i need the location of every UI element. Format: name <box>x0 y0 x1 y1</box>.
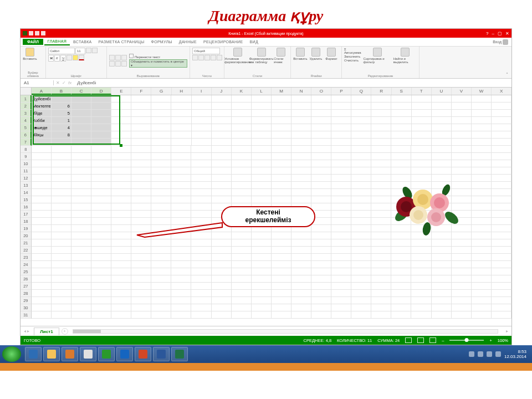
tab-file[interactable]: ФАЙЛ <box>23 39 43 45</box>
cell[interactable] <box>272 275 291 283</box>
cell[interactable] <box>331 239 351 247</box>
cell[interactable] <box>472 290 492 297</box>
cell[interactable] <box>151 268 171 275</box>
cell[interactable] <box>472 247 492 254</box>
cell[interactable] <box>472 117 492 124</box>
cell[interactable] <box>91 239 111 247</box>
cell[interactable] <box>191 196 211 203</box>
cell[interactable] <box>151 254 171 261</box>
cell[interactable] <box>52 304 71 311</box>
cell[interactable] <box>331 95 351 103</box>
column-header[interactable]: B <box>52 88 71 95</box>
column-header[interactable]: U <box>432 88 452 95</box>
cell[interactable] <box>492 254 511 261</box>
cell[interactable] <box>291 275 311 283</box>
cell[interactable] <box>371 254 391 261</box>
cell[interactable] <box>52 232 71 239</box>
cell[interactable] <box>91 189 111 196</box>
cell[interactable] <box>131 182 151 189</box>
cell[interactable] <box>52 311 71 319</box>
row-header[interactable]: 23 <box>21 254 32 261</box>
cell[interactable] <box>52 167 71 175</box>
cell[interactable] <box>131 139 151 146</box>
cell[interactable] <box>52 297 71 304</box>
undo-icon[interactable] <box>35 31 39 35</box>
cell[interactable] <box>71 268 91 275</box>
cell[interactable] <box>52 211 71 218</box>
cell[interactable] <box>232 103 252 110</box>
cell[interactable] <box>212 175 232 182</box>
tab-home[interactable]: ГЛАВНАЯ <box>44 38 70 45</box>
cell[interactable] <box>311 153 331 160</box>
cell[interactable] <box>111 103 131 110</box>
cell[interactable] <box>32 203 52 211</box>
cell[interactable] <box>191 268 211 275</box>
cell[interactable] <box>191 275 211 283</box>
cell[interactable] <box>91 110 111 117</box>
cell[interactable] <box>91 311 111 319</box>
cell[interactable] <box>71 95 91 103</box>
cell[interactable] <box>472 225 492 232</box>
cell[interactable] <box>91 146 111 153</box>
cell[interactable] <box>71 139 91 146</box>
cell[interactable] <box>191 167 211 175</box>
cell[interactable] <box>351 103 371 110</box>
cell[interactable] <box>331 103 351 110</box>
cell[interactable] <box>131 153 151 160</box>
row-header[interactable]: 6 <box>21 131 32 139</box>
view-layout-button[interactable] <box>417 337 424 343</box>
zoom-in-button[interactable]: + <box>489 338 492 343</box>
cell[interactable] <box>492 110 511 117</box>
cell[interactable] <box>492 304 511 311</box>
cell[interactable] <box>432 160 452 167</box>
cell[interactable] <box>91 304 111 311</box>
cell[interactable] <box>131 203 151 211</box>
fill-button[interactable]: Заполнить <box>344 55 361 58</box>
column-header[interactable]: J <box>212 88 232 95</box>
cell[interactable] <box>212 239 232 247</box>
cell[interactable] <box>311 124 331 131</box>
cell[interactable] <box>351 247 371 254</box>
cell[interactable] <box>432 124 452 131</box>
cell[interactable] <box>291 239 311 247</box>
cell[interactable] <box>191 254 211 261</box>
cell[interactable] <box>272 254 291 261</box>
cell[interactable] <box>131 283 151 290</box>
signin-button[interactable]: Вход <box>493 39 508 45</box>
cell[interactable] <box>171 139 191 146</box>
cell[interactable] <box>371 283 391 290</box>
cell[interactable] <box>232 247 252 254</box>
cell[interactable] <box>232 311 252 319</box>
cell-styles-button[interactable]: Стили ячеек <box>274 48 288 64</box>
cell[interactable] <box>472 95 492 103</box>
cell[interactable] <box>411 261 431 268</box>
select-all-corner[interactable] <box>21 88 32 95</box>
cell[interactable] <box>272 175 291 182</box>
cell[interactable] <box>151 203 171 211</box>
cell[interactable] <box>331 182 351 189</box>
cell[interactable] <box>391 95 411 103</box>
cell[interactable] <box>411 311 431 319</box>
cell[interactable] <box>212 304 232 311</box>
view-break-button[interactable] <box>429 337 436 343</box>
cell[interactable] <box>111 232 131 239</box>
cell[interactable] <box>291 139 311 146</box>
cell[interactable] <box>232 290 252 297</box>
cell[interactable] <box>452 117 472 124</box>
row-header[interactable]: 29 <box>21 297 32 304</box>
cell[interactable] <box>331 146 351 153</box>
percent-button[interactable] <box>198 55 204 60</box>
cell[interactable] <box>151 304 171 311</box>
align-center-button[interactable] <box>115 61 121 66</box>
row-header[interactable]: 17 <box>21 211 32 218</box>
cell[interactable] <box>71 239 91 247</box>
cell[interactable] <box>492 218 511 225</box>
cancel-fx-button[interactable]: ✕ <box>56 80 60 85</box>
tab-data[interactable]: ДАННЫЕ <box>176 39 200 45</box>
cell[interactable] <box>351 175 371 182</box>
cell[interactable] <box>411 146 431 153</box>
cell[interactable] <box>131 290 151 297</box>
cell[interactable] <box>192 95 212 103</box>
cell[interactable] <box>272 167 291 175</box>
sheet-nav-prev[interactable]: ◂ ▸ <box>21 329 33 334</box>
